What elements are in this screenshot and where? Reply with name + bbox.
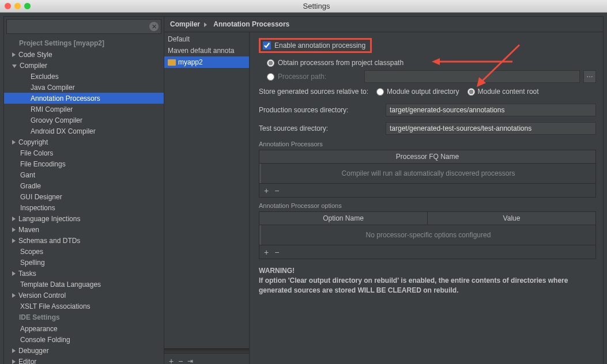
tree-item-java-compiler[interactable]: Java Compiler xyxy=(4,82,164,93)
tree-item-file-encodings[interactable]: File Encodings xyxy=(4,158,164,169)
profile-item-myapp2[interactable]: myapp2 xyxy=(164,56,249,68)
tree-item-label: Inspections xyxy=(20,204,55,212)
remove-processor-button[interactable]: − xyxy=(274,186,279,195)
tree-item-editor[interactable]: Editor xyxy=(4,356,164,364)
profile-list-panel: DefaultMaven default annotamyapp2 + − ⇥ xyxy=(164,32,250,364)
move-to-button[interactable]: ⇥ xyxy=(187,357,193,365)
disclosure-triangle-icon[interactable] xyxy=(12,217,16,221)
tree-item-compiler[interactable]: Compiler xyxy=(4,60,164,71)
tree-item-label: Annotation Processors xyxy=(31,94,100,103)
module-content-root-radio[interactable] xyxy=(467,88,475,96)
annotation-processors-section-label: Annotation Processors xyxy=(259,141,596,147)
tree-item-gant[interactable]: Gant xyxy=(4,169,164,180)
tree-item-label: RMI Compiler xyxy=(31,105,73,113)
tree-item-label: Scopes xyxy=(20,248,43,256)
scrollbar[interactable] xyxy=(164,348,249,353)
tree-item-code-style[interactable]: Code Style xyxy=(4,49,164,60)
settings-search-input[interactable]: ✕ xyxy=(6,19,161,34)
tree-item-maven[interactable]: Maven xyxy=(4,224,164,235)
minimize-icon[interactable] xyxy=(14,3,21,9)
tree-item-spelling[interactable]: Spelling xyxy=(4,257,164,268)
tree-item-inspections[interactable]: Inspections xyxy=(4,202,164,213)
module-output-dir-radio[interactable] xyxy=(376,88,384,96)
tree-item-debugger[interactable]: Debugger xyxy=(4,345,164,356)
remove-option-button[interactable]: − xyxy=(274,248,279,257)
tree-item-console-folding[interactable]: Console Folding xyxy=(4,334,164,345)
profile-item-label: myapp2 xyxy=(178,58,203,66)
profile-item-maven-default-annota[interactable]: Maven default annota xyxy=(164,45,249,56)
disclosure-triangle-icon[interactable] xyxy=(12,293,16,298)
disclosure-triangle-icon[interactable] xyxy=(12,227,16,232)
zoom-icon[interactable] xyxy=(24,3,31,9)
test-sources-field[interactable] xyxy=(386,122,596,135)
annotation-processors-empty: Compiler will run all automatically disc… xyxy=(259,164,595,183)
chevron-right-icon xyxy=(204,20,209,28)
tree-item-version-control[interactable]: Version Control xyxy=(4,290,164,301)
processor-path-radio[interactable] xyxy=(267,73,274,81)
settings-tree-panel: ✕ Project Settings [myapp2]Code StyleCom… xyxy=(4,17,164,364)
tree-item-gui-designer[interactable]: GUI Designer xyxy=(4,191,164,202)
window-title: Settings xyxy=(31,2,602,10)
breadcrumb-compiler[interactable]: Compiler xyxy=(170,20,200,28)
tree-item-label: Appearance xyxy=(20,325,58,333)
enable-annotation-processing-checkbox[interactable] xyxy=(263,41,271,50)
test-sources-label: Test sources directory: xyxy=(259,124,380,132)
tree-item-file-colors[interactable]: File Colors xyxy=(4,147,164,158)
add-option-button[interactable]: + xyxy=(264,248,269,257)
tree-item-android-dx-compiler[interactable]: Android DX Compiler xyxy=(4,126,164,136)
tree-item-language-injections[interactable]: Language Injections xyxy=(4,213,164,224)
module-output-dir-label: Module output directory xyxy=(387,88,459,96)
tree-item-label: XSLT File Associations xyxy=(20,302,91,310)
tree-item-tasks[interactable]: Tasks xyxy=(4,268,164,279)
production-sources-field[interactable] xyxy=(386,104,596,116)
processor-fq-name-header: Processor FQ Name xyxy=(259,150,595,163)
tree-item-groovy-compiler[interactable]: Groovy Compiler xyxy=(4,115,164,126)
titlebar: Settings xyxy=(0,0,607,13)
tree-item-label: Spelling xyxy=(20,259,45,267)
tree-item-excludes[interactable]: Excludes xyxy=(4,71,164,82)
tree-item-schemas-and-dtds[interactable]: Schemas and DTDs xyxy=(4,235,164,246)
tree-item-scopes[interactable]: Scopes xyxy=(4,246,164,257)
store-relative-to-label: Store generated sources relative to: xyxy=(259,88,368,96)
processor-options-section-label: Annotation Processor options xyxy=(259,202,596,209)
close-icon[interactable] xyxy=(5,3,11,9)
add-profile-button[interactable]: + xyxy=(169,357,174,365)
processor-path-field[interactable] xyxy=(364,70,580,83)
disclosure-triangle-icon[interactable] xyxy=(12,271,16,276)
tree-item-label: Template Data Languages xyxy=(20,280,101,289)
tree-item-xslt-file-associations[interactable]: XSLT File Associations xyxy=(4,301,164,312)
module-content-root-label: Module content root xyxy=(478,88,539,96)
browse-processor-path-button[interactable]: … xyxy=(583,70,596,83)
disclosure-triangle-icon[interactable] xyxy=(12,65,17,68)
tree-item-appearance[interactable]: Appearance xyxy=(4,323,164,334)
tree-item-label: Debugger xyxy=(18,347,49,355)
tree-item-label: File Colors xyxy=(20,149,53,157)
project-settings-header: Project Settings [myapp2] xyxy=(4,37,164,49)
tree-item-label: Gant xyxy=(20,171,35,179)
folder-icon xyxy=(168,59,176,66)
tree-item-label: Gradle xyxy=(20,182,41,190)
add-processor-button[interactable]: + xyxy=(264,186,269,195)
tree-item-label: Language Injections xyxy=(18,215,80,223)
tree-item-label: Groovy Compiler xyxy=(31,116,82,124)
disclosure-triangle-icon[interactable] xyxy=(12,140,16,145)
disclosure-triangle-icon[interactable] xyxy=(12,238,16,243)
disclosure-triangle-icon[interactable] xyxy=(12,52,16,57)
tree-item-label: GUI Designer xyxy=(20,193,62,201)
tree-item-annotation-processors[interactable]: Annotation Processors xyxy=(4,93,164,104)
red-arrow-icon xyxy=(432,56,512,67)
tree-item-gradle[interactable]: Gradle xyxy=(4,180,164,191)
tree-item-label: Tasks xyxy=(18,270,36,278)
profile-item-default[interactable]: Default xyxy=(164,33,249,45)
clear-search-icon[interactable]: ✕ xyxy=(149,22,159,31)
tree-item-label: Schemas and DTDs xyxy=(18,237,80,245)
disclosure-triangle-icon[interactable] xyxy=(12,348,16,353)
disclosure-triangle-icon[interactable] xyxy=(12,359,16,364)
tree-item-template-data-languages[interactable]: Template Data Languages xyxy=(4,279,164,290)
tree-item-label: Code Style xyxy=(18,51,52,59)
obtain-from-classpath-radio[interactable] xyxy=(267,59,274,67)
tree-item-label: File Encodings xyxy=(20,160,66,168)
tree-item-copyright[interactable]: Copyright xyxy=(4,136,164,147)
remove-profile-button[interactable]: − xyxy=(178,357,183,365)
tree-item-rmi-compiler[interactable]: RMI Compiler xyxy=(4,104,164,115)
